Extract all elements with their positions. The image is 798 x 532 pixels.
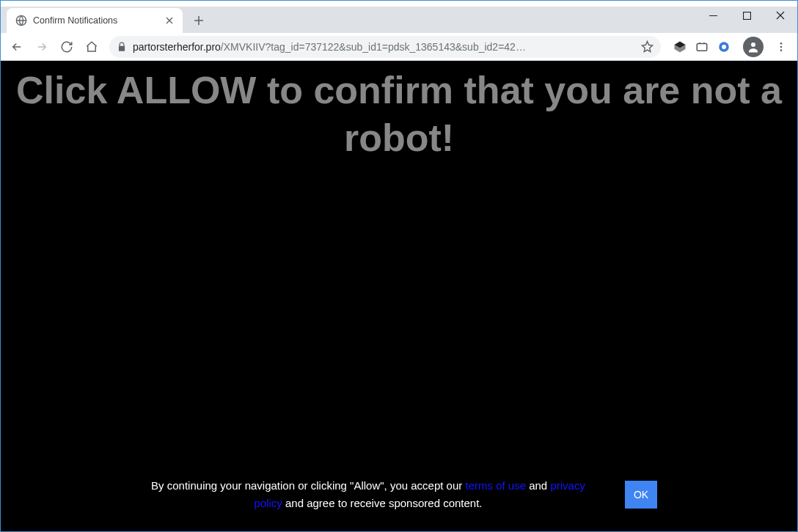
home-button[interactable] [80, 35, 103, 59]
url-text: partorsterherfor.pro/XMVKIIV?tag_id=7371… [133, 41, 635, 53]
consent-suffix: and agree to receive sponsored content. [282, 497, 483, 509]
browser-toolbar: partorsterherfor.pro/XMVKIIV?tag_id=7371… [1, 33, 797, 61]
svg-point-7 [780, 45, 783, 48]
lock-icon[interactable] [117, 42, 127, 52]
svg-point-8 [780, 49, 783, 51]
extension-icons [667, 40, 737, 54]
url-domain: partorsterherfor.pro [133, 41, 221, 53]
svg-point-5 [751, 43, 755, 47]
browser-tab[interactable]: Confirm Notifications [7, 8, 183, 33]
consent-mid: and [526, 479, 550, 492]
window-controls [696, 2, 797, 29]
tab-title: Confirm Notifications [33, 15, 117, 26]
globe-icon [15, 15, 27, 26]
kebab-menu-icon[interactable] [769, 35, 793, 59]
extension-icon-2[interactable] [695, 40, 709, 54]
bookmark-star-icon[interactable] [641, 40, 654, 53]
profile-avatar[interactable] [743, 37, 764, 57]
consent-bar: By continuing your navigation or clickin… [1, 465, 797, 531]
close-tab-icon[interactable] [164, 15, 175, 26]
address-bar[interactable]: partorsterherfor.pro/XMVKIIV?tag_id=7371… [109, 36, 661, 58]
ok-button[interactable]: OK [625, 481, 657, 509]
new-tab-button[interactable] [188, 10, 209, 31]
page-headline: Click ALLOW to confirm that you are not … [1, 61, 797, 162]
page-content: Click ALLOW to confirm that you are not … [1, 61, 797, 531]
svg-point-6 [780, 43, 783, 45]
extension-icon-1[interactable] [673, 40, 687, 54]
url-path: /XMVKIIV?tag_id=737122&sub_id1=pdsk_1365… [221, 41, 526, 53]
forward-button[interactable] [30, 35, 54, 59]
maximize-button[interactable] [730, 2, 764, 29]
svg-rect-2 [697, 43, 707, 51]
svg-rect-1 [743, 12, 750, 19]
titlebar-spacer [1, 1, 797, 7]
consent-prefix: By continuing your navigation or clickin… [151, 479, 465, 492]
minimize-button[interactable] [696, 2, 730, 29]
back-button[interactable] [5, 35, 29, 59]
terms-of-use-link[interactable]: terms of use [465, 479, 526, 492]
close-window-button[interactable] [764, 2, 797, 29]
tab-strip: Confirm Notifications [1, 7, 797, 33]
svg-point-4 [722, 45, 726, 49]
extension-icon-3[interactable] [717, 40, 731, 54]
consent-text: By continuing your navigation or clickin… [141, 477, 596, 512]
reload-button[interactable] [55, 35, 78, 59]
